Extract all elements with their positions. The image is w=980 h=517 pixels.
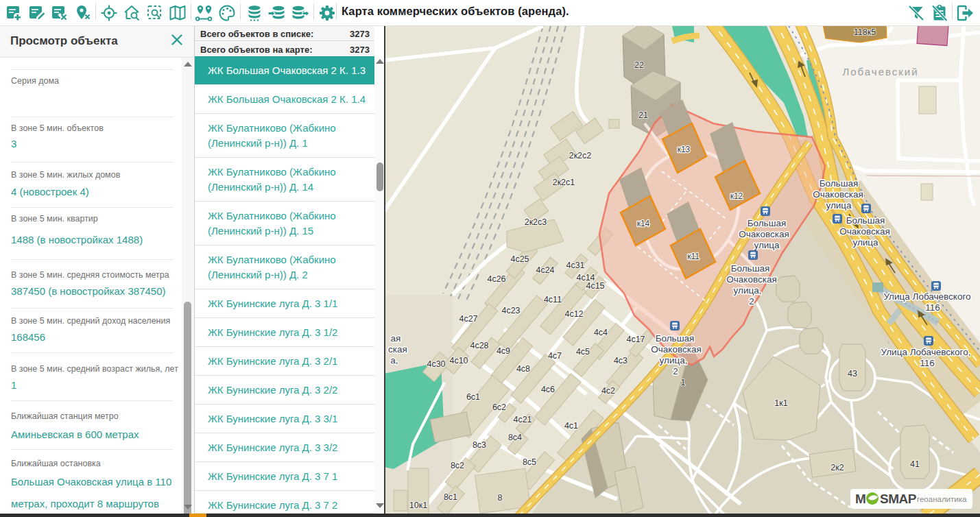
svg-text:4с26: 4с26 — [487, 274, 505, 284]
svg-text:Очаковская: Очаковская — [726, 274, 776, 285]
svg-text:8с1: 8с1 — [444, 492, 457, 502]
svg-text:улица: улица — [852, 237, 879, 248]
svg-text:4с21: 4с21 — [513, 415, 531, 424]
svg-text:4с9: 4с9 — [497, 346, 510, 356]
svg-text:Большая: Большая — [820, 178, 859, 189]
svg-text:к14: к14 — [637, 219, 650, 228]
svg-text:Большая: Большая — [846, 215, 885, 226]
svg-text:6с2: 6с2 — [492, 402, 506, 412]
svg-text:к13: к13 — [678, 145, 691, 154]
svg-text:улица,: улица, — [734, 285, 762, 296]
svg-text:Большая: Большая — [731, 263, 770, 274]
svg-text:Очаковская: Очаковская — [813, 189, 863, 200]
svg-text:улица,: улица, — [660, 355, 688, 365]
svg-text:41: 41 — [910, 459, 920, 469]
svg-text:Очаковская: Очаковская — [651, 344, 701, 354]
svg-text:4с1: 4с1 — [564, 421, 578, 431]
svg-text:22: 22 — [634, 60, 644, 70]
svg-text:4с17: 4с17 — [626, 335, 645, 344]
svg-text:4с7: 4с7 — [548, 351, 562, 361]
svg-text:6с1: 6с1 — [466, 392, 480, 402]
svg-text:4с8: 4с8 — [516, 364, 530, 374]
svg-text:к11: к11 — [687, 252, 700, 261]
svg-text:геоаналитика: геоаналитика — [917, 495, 967, 503]
svg-text:Улица Лобачевского: Улица Лобачевского — [883, 291, 970, 302]
svg-text:4с10: 4с10 — [449, 356, 468, 365]
svg-text:ская: ская — [388, 344, 407, 354]
svg-text:1: 1 — [681, 378, 686, 387]
svg-text:4с30: 4с30 — [427, 359, 445, 369]
svg-text:4с27: 4с27 — [459, 314, 477, 324]
svg-text:SMAP: SMAP — [880, 492, 917, 506]
svg-text:ая: ая — [391, 333, 401, 344]
svg-text:118к5: 118к5 — [854, 27, 876, 37]
svg-text:116: 116 — [920, 358, 935, 368]
svg-text:Большая: Большая — [748, 218, 787, 228]
svg-text:к12: к12 — [730, 191, 743, 201]
svg-text:Лобачевский: Лобачевский — [842, 66, 918, 77]
svg-text:Большая: Большая — [656, 333, 695, 344]
svg-text:8с2: 8с2 — [451, 461, 464, 470]
svg-text:2к2с2: 2к2с2 — [569, 151, 592, 160]
svg-text:2: 2 — [673, 366, 678, 376]
svg-text:116: 116 — [925, 302, 940, 313]
svg-text:1к1: 1к1 — [774, 398, 787, 408]
svg-text:а,: а, — [390, 355, 398, 365]
svg-text:улица: улица — [754, 240, 780, 250]
svg-text:улица: улица — [826, 200, 852, 211]
svg-text:2к2с3: 2к2с3 — [525, 217, 547, 227]
svg-text:4с25: 4с25 — [510, 254, 529, 264]
svg-text:4с4: 4с4 — [594, 328, 608, 337]
svg-text:43: 43 — [848, 369, 857, 378]
svg-text:8с5: 8с5 — [523, 457, 536, 467]
svg-text:8: 8 — [498, 493, 503, 503]
svg-text:Очаковская: Очаковская — [839, 226, 889, 237]
svg-text:2к2: 2к2 — [830, 463, 844, 472]
svg-text:4с5: 4с5 — [576, 347, 590, 357]
svg-text:4с15: 4с15 — [586, 281, 604, 291]
svg-text:4с11: 4с11 — [544, 295, 562, 304]
svg-text:4с24: 4с24 — [536, 265, 554, 275]
svg-text:Очаковская: Очаковская — [739, 229, 789, 239]
svg-text:8с4: 8с4 — [508, 433, 522, 442]
svg-text:4с6: 4с6 — [541, 385, 555, 394]
svg-text:4с28: 4с28 — [470, 341, 488, 350]
svg-text:10к1: 10к1 — [409, 501, 427, 510]
svg-text:2к2с1: 2к2с1 — [553, 178, 575, 187]
svg-text:Улица Лобачевского,: Улица Лобачевского, — [881, 347, 971, 357]
svg-text:4с23: 4с23 — [501, 306, 520, 315]
svg-text:2: 2 — [749, 296, 754, 306]
svg-text:4с2: 4с2 — [601, 386, 615, 396]
svg-text:8с3: 8с3 — [473, 440, 486, 450]
svg-text:4с3: 4с3 — [614, 356, 628, 365]
svg-text:4с31: 4с31 — [566, 261, 584, 270]
svg-text:M: M — [855, 492, 865, 506]
svg-text:21: 21 — [638, 110, 648, 120]
svg-text:4с12: 4с12 — [564, 309, 583, 319]
